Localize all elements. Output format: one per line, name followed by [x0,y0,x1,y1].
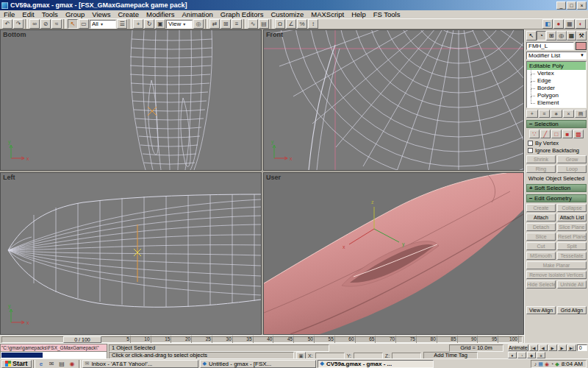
stack-item-border[interactable]: Border [527,85,586,92]
menu-item-animation[interactable]: Animation [179,10,217,18]
tessellate-button[interactable]: Tessellate [557,252,587,260]
viewport-bottom[interactable]: Bottom x y [0,29,262,171]
viewport-left[interactable]: Left x y [0,172,262,335]
quick-render-icon[interactable]: ◐ [576,19,586,29]
hide-selected-button[interactable]: Hide Selected [526,280,556,289]
schematic-view-icon[interactable]: ▤ [259,19,269,29]
show-desktop-icon[interactable]: ▤ [57,360,67,368]
close-button[interactable]: × [577,1,587,10]
detach-button[interactable]: Detach [526,223,556,231]
select-and-rotate-icon[interactable]: ↻ [144,19,154,29]
track-bar-button[interactable]: ≡ [537,352,545,358]
reference-coordinate-combo[interactable]: View▾ [166,20,193,29]
viewport-bottom-label[interactable]: Bottom [3,31,26,38]
stack-item-element[interactable]: Element [527,99,586,107]
tab-hierarchy[interactable]: ⊞ [546,31,556,40]
menu-item-maxscript[interactable]: MAXScript [307,10,348,18]
render-type-icon[interactable]: ▦ [564,19,575,29]
time-configuration-button[interactable]: ◔ [517,352,526,358]
modifier-list-dropdown[interactable]: Modifier List ▼ [526,52,587,60]
viewport-user[interactable]: User [263,172,524,335]
viewport-front[interactable]: Front x y [263,29,524,171]
selection-filter-combo[interactable]: All▾ [90,20,116,29]
menu-item-file[interactable]: File [0,10,18,18]
tab-motion[interactable]: ◎ [556,31,567,40]
attach-button[interactable]: Attach [526,213,556,222]
select-object-icon[interactable]: ↖ [68,19,78,29]
start-button[interactable]: Start [1,360,32,368]
outlook-icon[interactable]: ✉ [47,360,57,368]
menu-item-graph-editors[interactable]: Graph Editors [217,10,268,18]
menu-item-customize[interactable]: Customize [267,10,307,18]
go-to-start-button[interactable]: |◀ [529,344,538,351]
view-align-button[interactable]: View Align [526,306,556,314]
tab-create[interactable]: ↖ [526,31,537,40]
polygon-subobject-button[interactable]: ■ [562,130,573,138]
selected-fuselage-object[interactable] [264,173,523,334]
viewport-front-canvas[interactable]: x y [264,30,523,170]
previous-frame-button[interactable]: ◀ [539,344,548,351]
slice-button[interactable]: Slice [526,233,556,241]
viewport-user-label[interactable]: User [266,174,281,181]
cut-button[interactable]: Cut [526,242,556,250]
msmooth-button[interactable]: MSmooth [526,252,556,260]
by-vertex-checkbox[interactable] [528,141,533,146]
slice-plane-button[interactable]: Slice Plane [557,223,587,231]
attach-list-button[interactable]: Attach List [557,213,587,222]
border-subobject-button[interactable]: □ [551,130,562,138]
remove-isolated-vertices-button[interactable]: Remove Isolated Vertices [526,271,587,279]
viewport-bottom-canvas[interactable]: x y [1,30,261,170]
menu-item-group[interactable]: Group [62,10,88,18]
set-key-button[interactable]: ◆ [527,352,536,358]
loop-button[interactable]: Loop [557,165,587,173]
render-scene-icon[interactable]: ● [553,19,564,29]
tab-utilities[interactable]: ⚒ [576,31,587,40]
play-button[interactable]: ▶ [548,344,557,351]
media-player-icon[interactable]: ◉ [68,360,77,368]
snap-toggle-icon[interactable]: Ω [275,19,285,29]
ring-button[interactable]: Ring [526,165,556,173]
key-mode-button[interactable]: ● [508,352,517,358]
rectangular-selection-region-icon[interactable]: ▭ [79,19,89,29]
reset-plane-button[interactable]: Reset Plane [557,233,587,241]
current-frame-field[interactable]: 0 [577,344,587,351]
stack-item-polygon[interactable]: Polygon [527,92,586,99]
select-and-scale-icon[interactable]: ▣ [155,19,165,29]
object-name-field[interactable]: FMH_L [526,42,574,50]
vertex-subobject-button[interactable]: ∵ [529,130,539,138]
task-button-0[interactable]: ✉Inbox - 'AT&T Yahoo!'... [82,360,198,368]
task-button-1[interactable]: ◆Untitled - gmax - [FSX... [200,360,316,368]
selection-rollout-header[interactable]: Selection [526,120,587,128]
minimize-button[interactable]: _ [556,1,566,10]
array-icon[interactable]: ⊞ [220,19,231,29]
redo-icon[interactable]: ↷ [13,19,24,29]
edit-geometry-rollout-header[interactable]: Edit Geometry [526,194,587,202]
time-slider-button[interactable]: 0 / 100 [63,336,101,343]
stack-item-vertex[interactable]: Vertex [527,70,586,77]
tab-display[interactable]: ▦ [567,31,577,40]
animate-button[interactable]: Animate [508,344,528,351]
menu-item-edit[interactable]: Edit [18,10,37,18]
object-color-swatch[interactable] [576,42,587,50]
menu-item-help[interactable]: Help [348,10,370,18]
mirror-icon[interactable]: ⇄ [209,19,220,29]
create-button[interactable]: Create [526,204,556,212]
unlink-selection-icon[interactable]: ⊘ [40,19,51,29]
shrink-button[interactable]: Shrink [526,155,556,163]
viewport-left-canvas[interactable]: x y [1,173,261,334]
menu-item-views[interactable]: Views [88,10,114,18]
select-and-link-icon[interactable]: ∞ [29,19,40,29]
configure-button[interactable]: ▤ [575,110,587,118]
tab-modify[interactable]: ◔ [537,31,547,40]
angle-snap-icon[interactable]: ∠ [286,19,296,29]
viewport-front-label[interactable]: Front [266,31,283,38]
modifier-stack-list[interactable]: Editable Poly VertexEdgeBorderPolygonEle… [526,61,587,108]
remove-modifier-button[interactable]: × [563,110,575,118]
undo-icon[interactable]: ↶ [2,19,12,29]
unhide-all-button[interactable]: Unhide All [557,280,587,289]
grow-button[interactable]: Grow [557,155,587,163]
show-end-result-button[interactable]: ≡ [539,110,551,118]
macro-recorder-line[interactable]: "C:\gmax\gamepacks\FSX_GMaxGamepack\" [0,344,107,352]
select-and-move-icon[interactable]: + [133,19,143,29]
pin-stack-button[interactable]: + [526,110,538,118]
